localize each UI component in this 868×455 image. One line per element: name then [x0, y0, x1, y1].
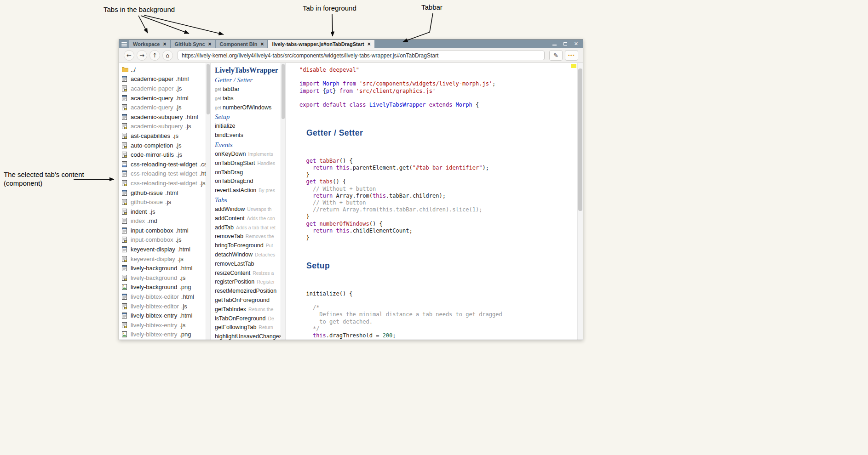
file-item[interactable]: css-reloading-test-widget.html: [119, 169, 206, 179]
outline-method[interactable]: onTabDragEnd: [215, 177, 281, 186]
outline-method[interactable]: addWindowUnwraps th: [215, 205, 281, 214]
code-editor[interactable]: "disable deepeval"import Morph from 'src…: [286, 63, 578, 340]
file-item[interactable]: keyevent-display.js: [119, 254, 206, 264]
outline-method[interactable]: addTabAdds a tab that ret: [215, 223, 281, 233]
outline-method[interactable]: resizeContentResizes a: [215, 269, 281, 278]
tab-close-icon[interactable]: ×: [368, 41, 371, 47]
outline-method[interactable]: resetMemoziredPosition: [215, 287, 281, 296]
outline-scrollbar[interactable]: [281, 63, 285, 340]
tabbar-tabs: Workspace×GitHub Sync×Component Bin×live…: [129, 40, 375, 48]
code-pane[interactable]: "disable deepeval"import Morph from 'src…: [286, 63, 583, 340]
outline-section-heading[interactable]: Getter / Setter: [215, 75, 281, 85]
tab-background[interactable]: Workspace×: [129, 40, 170, 48]
file-item[interactable]: auto-completion.js: [119, 141, 206, 150]
outline-method[interactable]: getnumberOfWindows: [215, 103, 281, 113]
method-doc-snippet: Adds the con: [247, 216, 275, 221]
back-button[interactable]: ←: [124, 50, 134, 61]
menu-icon[interactable]: [119, 40, 129, 48]
file-item[interactable]: lively-bibtex-entry.html: [119, 311, 206, 320]
file-item[interactable]: lively-bibtex-editor.js: [119, 301, 206, 311]
outline-method[interactable]: getFollowingTabReturn: [215, 323, 281, 332]
outline-method[interactable]: bringToForegroundPut: [215, 241, 281, 250]
file-list-scrollbar[interactable]: [206, 63, 210, 340]
method-name: addWindow: [215, 206, 245, 212]
file-item[interactable]: lively-background.png: [119, 283, 206, 292]
file-item[interactable]: lively-bibtex-entry.png: [119, 330, 206, 340]
scrollbar-thumb[interactable]: [578, 68, 582, 211]
close-button[interactable]: ✕: [574, 41, 578, 47]
file-item[interactable]: academic-query.js: [119, 102, 206, 112]
tab-foreground[interactable]: lively-tabs-wrapper.js#onTabDragStart×: [268, 40, 374, 48]
outline-method[interactable]: getTabOnForeground: [215, 296, 281, 305]
file-item[interactable]: lively-bibtex-editor.html: [119, 292, 206, 301]
file-extension: .html: [176, 75, 189, 82]
file-name: indent: [131, 208, 147, 215]
url-input[interactable]: [178, 51, 545, 60]
outline-method[interactable]: registerPositionRegister: [215, 278, 281, 287]
method-name: resizeContent: [215, 270, 250, 276]
js-file-icon: [122, 209, 128, 215]
tab-background[interactable]: Component Bin×: [216, 40, 268, 48]
code-token: LivelyTabsWrapper: [369, 102, 426, 108]
file-item[interactable]: academic-paper.js: [119, 84, 206, 93]
outline-method[interactable]: revertLastActionBy pres: [215, 186, 281, 195]
outline-method[interactable]: detachWindowDetaches: [215, 250, 281, 260]
tab-close-icon[interactable]: ×: [208, 41, 212, 47]
outline-method[interactable]: getTabIndexReturns the: [215, 305, 281, 314]
more-button[interactable]: •••: [565, 50, 578, 61]
outline-method[interactable]: gettabBar: [215, 85, 281, 94]
outline-method[interactable]: isTabOnForegroundDe: [215, 314, 281, 324]
file-item[interactable]: academic-subquery.js: [119, 122, 206, 131]
outline-method[interactable]: removeLastTab: [215, 260, 281, 269]
file-item[interactable]: ../: [119, 65, 206, 74]
code-token: );: [482, 165, 489, 171]
file-item[interactable]: lively-bibtex-entry.js: [119, 320, 206, 330]
file-item[interactable]: github-issue.js: [119, 197, 206, 207]
code-line: // With + button: [299, 199, 578, 206]
file-item[interactable]: css-reloading-test-widget.js: [119, 178, 206, 188]
forward-button[interactable]: →: [137, 50, 147, 61]
code-token: import: [299, 88, 319, 94]
file-item[interactable]: academic-paper.html: [119, 74, 206, 84]
outline-method[interactable]: highlightUnsavedChanges: [215, 332, 281, 340]
file-item[interactable]: academic-query.html: [119, 93, 206, 103]
outline-section-heading[interactable]: Events: [215, 140, 281, 150]
outline-method[interactable]: gettabs: [215, 94, 281, 103]
outline-section-heading[interactable]: Setup: [215, 112, 281, 122]
file-item[interactable]: input-combobox.js: [119, 235, 206, 245]
scrollbar-thumb[interactable]: [207, 64, 210, 114]
edit-button[interactable]: ✎: [549, 50, 563, 61]
file-item[interactable]: code-mirror-utils.js: [119, 150, 206, 159]
outline-method[interactable]: removeTabRemoves the: [215, 232, 281, 241]
file-item[interactable]: input-combobox.html: [119, 226, 206, 235]
file-item[interactable]: index.md: [119, 216, 206, 226]
outline-method[interactable]: onKeyDownImplements: [215, 150, 281, 159]
file-item[interactable]: ast-capabilities.js: [119, 131, 206, 141]
outline-section-heading[interactable]: Tabs: [215, 195, 281, 205]
outline-method[interactable]: onTabDrag: [215, 168, 281, 177]
file-item[interactable]: css-reloading-test-widget.css: [119, 159, 206, 169]
scrollbar-thumb[interactable]: [282, 64, 285, 119]
tab-close-icon[interactable]: ×: [163, 41, 167, 47]
file-item[interactable]: keyevent-display.html: [119, 245, 206, 254]
maximize-button[interactable]: [563, 42, 567, 46]
file-item[interactable]: lively-background.js: [119, 273, 206, 283]
method-name: bringToForeground: [215, 242, 264, 249]
tab-close-icon[interactable]: ×: [260, 41, 264, 47]
file-item[interactable]: indent.js: [119, 207, 206, 216]
outline-method[interactable]: addContentAdds the con: [215, 214, 281, 223]
file-item[interactable]: academic-subquery.html: [119, 112, 206, 122]
home-button[interactable]: ⌂: [162, 50, 173, 61]
method-doc-snippet: Implements: [248, 151, 273, 157]
file-item[interactable]: lively-background.html: [119, 263, 206, 273]
code-token: tabs: [319, 178, 333, 185]
code-token: return: [313, 193, 333, 199]
outline-method[interactable]: onTabDragStartHandles: [215, 159, 281, 168]
up-button[interactable]: ↑: [149, 50, 160, 61]
minimize-button[interactable]: [552, 42, 557, 46]
outline-method[interactable]: initialize: [215, 122, 281, 131]
outline-method[interactable]: bindEvents: [215, 131, 281, 140]
file-item[interactable]: github-issue.html: [119, 188, 206, 198]
tab-background[interactable]: GitHub Sync×: [171, 40, 215, 48]
code-scrollbar[interactable]: [577, 63, 583, 340]
